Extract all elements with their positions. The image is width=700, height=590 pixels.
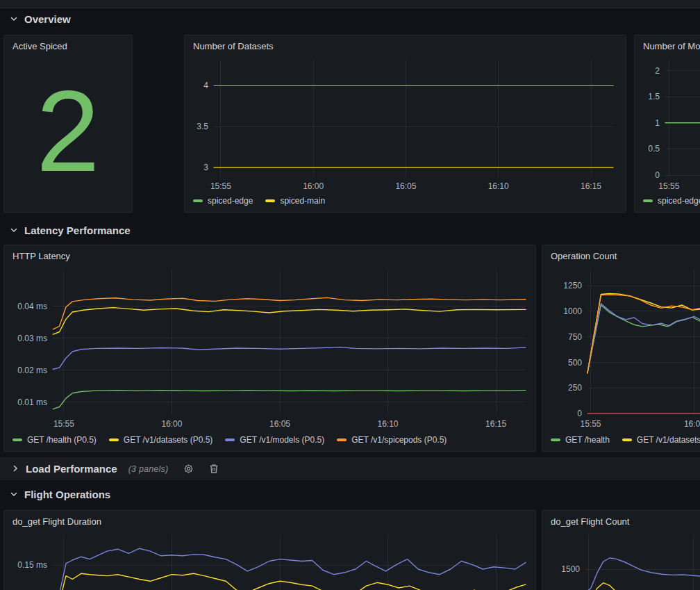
- svg-text:1250: 1250: [563, 281, 582, 290]
- legend-item[interactable]: GET /health (P0.5): [12, 435, 97, 445]
- panel-http-latency: HTTP Latency 15:5516:0016:0516:1016:150.…: [3, 245, 536, 452]
- operation-count-chart: 15:5516:00025050075010001250: [542, 266, 700, 433]
- legend-label: spiced-main: [280, 196, 325, 206]
- legend-item[interactable]: spiced-edge: [193, 196, 253, 206]
- legend-item[interactable]: GET /v1/datasets (P0.5): [109, 435, 213, 445]
- legend-label: GET /v1/models (P0.5): [240, 435, 324, 445]
- section-header-overview[interactable]: Overview: [10, 11, 71, 26]
- legend-swatch: [337, 439, 347, 441]
- chart-svg: 15:5516:0016:0516:1016:150.01 ms0.02 ms0…: [4, 266, 535, 433]
- panel-title[interactable]: Number of Datasets: [185, 35, 626, 56]
- number-of-datasets-chart: 15:5516:0016:0516:1016:1533.54: [185, 56, 626, 194]
- chart-legend: GET /healthGET /v1/datasets: [542, 433, 700, 451]
- chevron-down-icon: [10, 226, 18, 234]
- chevron-right-icon: [11, 463, 19, 475]
- legend-swatch: [12, 439, 22, 441]
- legend-item[interactable]: GET /v1/models (P0.5): [225, 435, 324, 445]
- legend-swatch: [643, 199, 653, 202]
- svg-text:1.5: 1.5: [648, 92, 660, 101]
- section-title: Flight Operations: [24, 489, 110, 500]
- legend-item[interactable]: spiced-main: [265, 196, 325, 206]
- do-get-flight-duration-chart: 15:5516:0016:0516:1016:150.15 ms: [4, 532, 535, 590]
- panel-title[interactable]: HTTP Latency: [4, 245, 535, 266]
- svg-text:15:55: 15:55: [580, 419, 601, 429]
- svg-text:16:00: 16:00: [684, 419, 700, 429]
- svg-text:750: 750: [568, 332, 582, 342]
- svg-text:16:10: 16:10: [377, 419, 398, 429]
- panel-number-of-models: Number of Models 15:5500.511.52 spiced-e…: [634, 35, 700, 213]
- trash-icon[interactable]: [209, 464, 219, 474]
- legend-label: spiced-edge: [658, 196, 700, 206]
- section-title: Overview: [24, 13, 71, 25]
- chart-svg: 15:5516:001500: [542, 532, 700, 590]
- chart-legend: spiced-edge: [635, 194, 700, 212]
- panel-do-get-flight-count: do_get Flight Count 15:5516:001500: [542, 510, 700, 590]
- svg-text:16:00: 16:00: [303, 181, 324, 191]
- legend-label: GET /health (P0.5): [27, 435, 97, 445]
- legend-swatch: [622, 439, 632, 441]
- legend-item[interactable]: GET /v1/spicepods (P0.5): [337, 435, 447, 445]
- panel-operation-count: Operation Count 15:5516:0002505007501000…: [542, 245, 700, 452]
- svg-text:0: 0: [577, 409, 582, 418]
- panel-title[interactable]: do_get Flight Count: [542, 511, 700, 532]
- stat-value: 2: [4, 56, 132, 212]
- svg-text:0.15 ms: 0.15 ms: [17, 560, 47, 570]
- section-header-flight-operations[interactable]: Flight Operations: [10, 486, 110, 502]
- svg-text:15:55: 15:55: [53, 419, 74, 429]
- section-header-latency-performance[interactable]: Latency Performance: [10, 222, 131, 238]
- svg-text:1000: 1000: [563, 306, 582, 316]
- svg-text:15:55: 15:55: [658, 181, 679, 191]
- chart-legend: GET /health (P0.5)GET /v1/datasets (P0.5…: [4, 433, 535, 451]
- legend-label: GET /health: [565, 435, 610, 445]
- legend-label: GET /v1/datasets: [637, 435, 700, 445]
- svg-text:0.04 ms: 0.04 ms: [17, 302, 47, 311]
- panel-title[interactable]: Active Spiced: [4, 35, 132, 56]
- chart-svg: 15:5516:0016:0516:1016:150.15 ms: [4, 532, 535, 590]
- svg-text:16:00: 16:00: [161, 419, 182, 429]
- svg-text:0.03 ms: 0.03 ms: [17, 334, 47, 343]
- legend-label: GET /v1/spicepods (P0.5): [351, 435, 447, 445]
- number-of-models-chart: 15:5500.511.52: [635, 56, 700, 194]
- legend-label: GET /v1/datasets (P0.5): [124, 435, 213, 445]
- http-latency-chart: 15:5516:0016:0516:1016:150.01 ms0.02 ms0…: [4, 266, 535, 433]
- svg-text:16:05: 16:05: [395, 181, 416, 191]
- svg-text:4: 4: [203, 81, 208, 90]
- chart-svg: 15:5500.511.52: [635, 56, 700, 194]
- legend-swatch: [225, 439, 235, 441]
- panel-count-note: (3 panels): [128, 464, 169, 474]
- chart-svg: 15:5516:0016:0516:1016:1533.54: [185, 56, 626, 194]
- legend-item[interactable]: GET /v1/datasets: [622, 435, 700, 445]
- svg-text:16:15: 16:15: [581, 181, 601, 191]
- gear-icon[interactable]: [183, 464, 194, 474]
- svg-text:0.02 ms: 0.02 ms: [17, 366, 47, 375]
- chevron-down-icon: [10, 15, 18, 23]
- section-title: Latency Performance: [24, 224, 131, 236]
- chevron-down-icon: [10, 490, 18, 498]
- top-toolbar-edge: [0, 0, 700, 8]
- do-get-flight-count-chart: 15:5516:001500: [542, 532, 700, 590]
- panel-do-get-flight-duration: do_get Flight Duration 15:5516:0016:0516…: [3, 510, 536, 590]
- svg-text:0.01 ms: 0.01 ms: [17, 398, 47, 407]
- section-header-load-performance[interactable]: Load Performance (3 panels): [0, 457, 700, 480]
- svg-text:3.5: 3.5: [197, 122, 208, 131]
- svg-text:1: 1: [655, 118, 660, 128]
- legend-swatch: [193, 199, 203, 202]
- panel-number-of-datasets: Number of Datasets 15:5516:0016:0516:101…: [184, 35, 626, 213]
- svg-text:16:05: 16:05: [269, 419, 290, 429]
- legend-item[interactable]: spiced-edge: [643, 196, 700, 206]
- panel-title[interactable]: Operation Count: [542, 245, 700, 266]
- legend-item[interactable]: GET /health: [551, 435, 610, 445]
- panel-title[interactable]: Number of Models: [635, 35, 700, 56]
- chart-legend: spiced-edgespiced-main: [185, 194, 626, 212]
- svg-text:3: 3: [203, 163, 208, 172]
- svg-text:0: 0: [655, 170, 660, 180]
- legend-label: spiced-edge: [208, 196, 253, 206]
- svg-text:2: 2: [655, 66, 660, 76]
- legend-swatch: [109, 439, 119, 441]
- chart-svg: 15:5516:00025050075010001250: [542, 266, 700, 433]
- svg-text:500: 500: [568, 358, 582, 368]
- svg-text:250: 250: [568, 383, 582, 393]
- panel-title[interactable]: do_get Flight Duration: [4, 511, 535, 532]
- legend-swatch: [265, 199, 275, 202]
- svg-text:1500: 1500: [561, 564, 580, 574]
